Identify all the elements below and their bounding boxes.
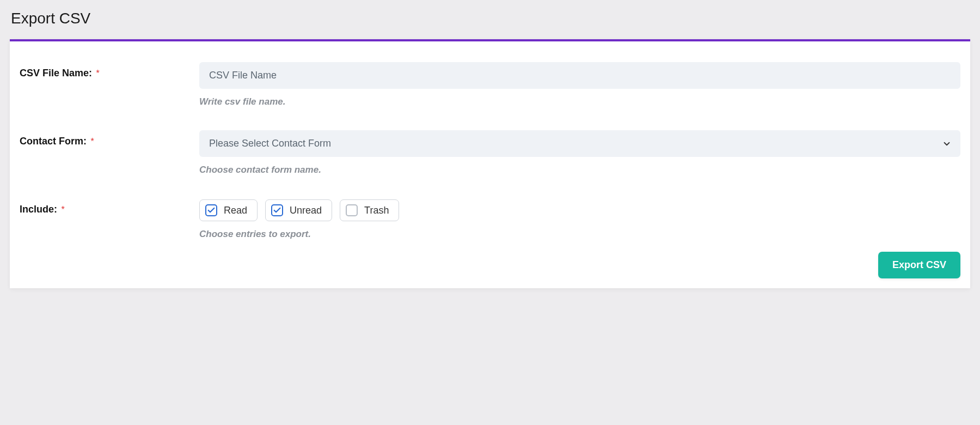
include-unread-label: Unread: [290, 205, 322, 216]
export-csv-button[interactable]: Export CSV: [878, 252, 960, 278]
row-include: Include: * Read Unread: [20, 198, 960, 240]
csv-file-name-label: CSV File Name:: [20, 68, 92, 78]
include-checkbox-group: Read Unread Trash: [199, 199, 960, 221]
contact-form-select[interactable]: Please Select Contact Form: [199, 130, 960, 157]
actions-row: Export CSV: [20, 252, 960, 278]
include-read-label: Read: [224, 205, 247, 216]
checkbox-checked-icon: [205, 204, 217, 216]
csv-file-name-input[interactable]: [199, 62, 960, 89]
include-unread-checkbox[interactable]: Unread: [265, 199, 332, 221]
checkbox-unchecked-icon: [346, 204, 358, 216]
row-csv-file-name: CSV File Name: * Write csv file name.: [20, 62, 960, 107]
include-read-checkbox[interactable]: Read: [199, 199, 258, 221]
export-csv-card: CSV File Name: * Write csv file name. Co…: [10, 39, 970, 288]
checkbox-checked-icon: [271, 204, 283, 216]
include-help: Choose entries to export.: [199, 229, 960, 240]
required-indicator: *: [96, 69, 100, 78]
required-indicator: *: [90, 137, 94, 146]
include-label: Include:: [20, 204, 57, 215]
contact-form-label: Contact Form:: [20, 136, 87, 147]
page-title: Export CSV: [10, 10, 970, 27]
csv-file-name-help: Write csv file name.: [199, 96, 960, 107]
include-trash-checkbox[interactable]: Trash: [340, 199, 399, 221]
include-trash-label: Trash: [364, 205, 389, 216]
required-indicator: *: [61, 205, 64, 214]
contact-form-help: Choose contact form name.: [199, 165, 960, 175]
row-contact-form: Contact Form: * Please Select Contact Fo…: [20, 130, 960, 175]
